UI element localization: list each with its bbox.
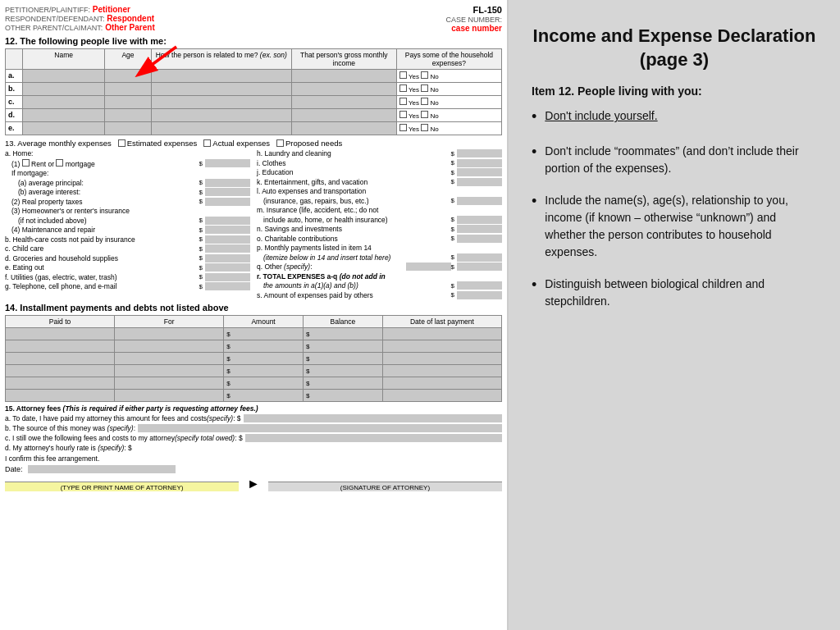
laundry-row: h. Laundry and cleaning $ xyxy=(257,149,502,158)
entertainment-input[interactable] xyxy=(457,178,502,186)
atty-input-b[interactable] xyxy=(138,424,502,432)
no-checkbox-a[interactable] xyxy=(421,71,428,79)
atty-input-c[interactable] xyxy=(245,434,502,442)
education-row: j. Education $ xyxy=(257,168,502,176)
laundry-input[interactable] xyxy=(457,149,502,158)
principal-row: (a) average principal: $ xyxy=(5,179,250,187)
bullet-item-3: Include the name(s), age(s), relationshi… xyxy=(532,192,817,261)
estimated-label: Estimated expenses xyxy=(118,139,198,148)
yes-checkbox-b[interactable] xyxy=(399,84,407,92)
installment-row: $ $ xyxy=(6,340,502,353)
actual-label: Actual expenses xyxy=(203,139,270,148)
installment-row: $ $ xyxy=(6,353,502,365)
atty-row-a: a. To date, I have paid my attorney this… xyxy=(5,414,502,422)
auto-label: l. Auto expenses and transportation xyxy=(257,187,502,195)
groceries-row: d. Groceries and household supplies $ xyxy=(5,254,250,262)
mortgage-checkbox[interactable] xyxy=(56,159,63,167)
clothes-input[interactable] xyxy=(457,159,502,167)
utilities-input[interactable] xyxy=(205,273,250,281)
atty-row-d: d. My attorney's hourly rate is (specify… xyxy=(5,444,502,452)
charitable-input[interactable] xyxy=(457,235,502,243)
yes-checkbox-e[interactable] xyxy=(399,124,407,131)
attorney-signature-sig: (SIGNATURE OF ATTORNEY) xyxy=(268,482,502,491)
info-title: Income and Expense Declaration (page 3) xyxy=(532,25,817,71)
bullet-item-1: Don't include yourself. xyxy=(532,107,817,128)
no-checkbox-d[interactable] xyxy=(421,111,428,118)
mortgage-label: If mortgage: xyxy=(5,169,250,177)
table-row: c. Yes No xyxy=(6,96,502,109)
expense-row-rent: (1) Rent or mortgage $ xyxy=(5,159,250,168)
homeowner-row: (if not included above) $ xyxy=(5,217,250,225)
info-panel: Income and Expense Declaration (page 3) … xyxy=(509,0,840,630)
installment-row: $ $ xyxy=(6,328,502,340)
form-header-right: FL-150 CASE NUMBER: case number xyxy=(445,5,502,33)
savings-row: n. Savings and investments $ xyxy=(257,225,502,233)
arrow-divider: ► xyxy=(247,477,260,491)
atty-row-c: c. I still owe the following fees and co… xyxy=(5,434,502,442)
atty-input-a[interactable] xyxy=(244,414,502,422)
groceries-input[interactable] xyxy=(205,254,250,262)
paid-others-row: s. Amount of expenses paid by others $ xyxy=(257,291,502,299)
case-number-area: CASE NUMBER: case number xyxy=(445,15,502,33)
property-tax-input[interactable] xyxy=(205,198,250,206)
homeowner-input[interactable] xyxy=(205,217,250,225)
bullet-item-4: Distinguish between biological children … xyxy=(532,276,817,310)
monthly-input[interactable] xyxy=(457,253,502,262)
maintenance-input[interactable] xyxy=(205,226,250,234)
rent-checkbox[interactable] xyxy=(22,159,30,167)
total-label: r. TOTAL EXPENSES a-q (do not add in xyxy=(257,272,502,281)
entertainment-row: k. Entertainment, gifts, and vacation $ xyxy=(257,178,502,186)
atty-row-b: b. The source of this money was (specify… xyxy=(5,424,502,432)
table-row: a. Yes No xyxy=(6,70,502,83)
eating-row: e. Eating out $ xyxy=(5,263,250,272)
childcare-row: c. Child care $ xyxy=(5,244,250,253)
form-panel: PETITIONER/PLAINTIFF: Petitioner RESPOND… xyxy=(0,0,509,630)
yes-checkbox-a[interactable] xyxy=(399,71,407,79)
eating-input[interactable] xyxy=(205,263,250,272)
petitioner-row: PETITIONER/PLAINTIFF: Petitioner xyxy=(5,5,155,14)
installment-row: $ $ xyxy=(6,390,502,402)
property-tax-row: (2) Real property taxes $ xyxy=(5,198,250,206)
date-input[interactable] xyxy=(28,465,176,473)
monthly-row: (itemize below in 14 and insert total he… xyxy=(257,253,502,262)
date-row: Date: xyxy=(5,465,502,473)
principal-input[interactable] xyxy=(205,179,250,187)
other-input[interactable] xyxy=(457,262,502,271)
table-row: d. Yes No xyxy=(6,109,502,122)
childcare-input[interactable] xyxy=(205,244,250,253)
telephone-row: g. Telephone, cell phone, and e-mail $ xyxy=(5,282,250,290)
total-input[interactable] xyxy=(457,281,502,290)
clothes-row: i. Clothes $ xyxy=(257,159,502,167)
monthly-label: p. Monthly payments listed in item 14 xyxy=(257,244,502,252)
expense-row-a: a. Home: xyxy=(5,149,250,158)
rent-input[interactable] xyxy=(205,159,250,167)
people-table: Name Age How the person is related to me… xyxy=(5,48,502,135)
info-item-label: Item 12. People living with you: xyxy=(532,84,817,98)
no-checkbox-e[interactable] xyxy=(421,124,428,131)
table-row: e. Yes No xyxy=(6,122,502,135)
auto-row: (insurance, gas, repairs, bus, etc.) $ xyxy=(257,197,502,205)
section15-title: 15. Attorney fees (This is required if e… xyxy=(5,404,502,413)
telephone-input[interactable] xyxy=(205,282,250,290)
table-row: b. Yes No xyxy=(6,83,502,96)
education-input[interactable] xyxy=(457,168,502,176)
utilities-row: f. Utilities (gas, electric, water, tras… xyxy=(5,273,250,281)
installment-row: $ $ xyxy=(6,377,502,390)
interest-input[interactable] xyxy=(205,188,250,196)
right-expenses: h. Laundry and cleaning $ i. Clothes $ j… xyxy=(253,149,502,300)
health-input[interactable] xyxy=(205,235,250,244)
paid-others-input[interactable] xyxy=(457,291,502,299)
no-checkbox-c[interactable] xyxy=(421,98,428,105)
form-header-left: PETITIONER/PLAINTIFF: Petitioner RESPOND… xyxy=(5,5,155,32)
attorney-name-sig: (TYPE OR PRINT NAME OF ATTORNEY) xyxy=(5,482,239,491)
yes-checkbox-c[interactable] xyxy=(399,98,407,105)
no-checkbox-b[interactable] xyxy=(421,84,428,92)
insurance-input[interactable] xyxy=(457,216,502,224)
other-specify[interactable] xyxy=(406,262,451,271)
yes-checkbox-d[interactable] xyxy=(399,111,407,118)
auto-input[interactable] xyxy=(457,197,502,205)
form-header: PETITIONER/PLAINTIFF: Petitioner RESPOND… xyxy=(5,5,502,33)
maintenance-row: (4) Maintenance and repair $ xyxy=(5,226,250,234)
other-row: OTHER PARENT/CLAIMANT: Other Parent xyxy=(5,23,155,32)
savings-input[interactable] xyxy=(457,225,502,233)
